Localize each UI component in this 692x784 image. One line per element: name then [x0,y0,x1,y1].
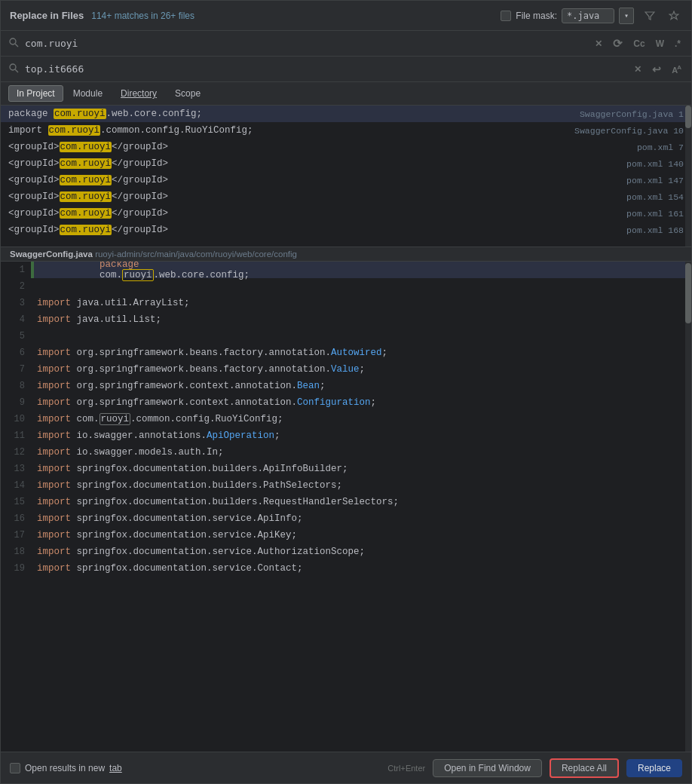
result-row[interactable]: <groupId>com.ruoyi</groupId> pom.xml 168 [1,222,691,238]
tabs-row: In Project Module Directory Scope [1,82,691,106]
svg-line-1 [15,44,18,47]
result-file: pom.xml 140 [626,159,684,169]
regex-icon[interactable]: .* [672,37,684,51]
filepath-path: ruoyi-admin/src/main/java/com/ruoyi/web/… [95,250,297,259]
result-row[interactable]: import com.ruoyi.common.config.RuoYiConf… [1,122,691,139]
result-row[interactable]: <groupId>com.ruoyi</groupId> pom.xml 140 [1,155,691,172]
tab-in-project[interactable]: In Project [8,85,63,102]
file-mask-label: File mask: [516,11,557,21]
code-line-17: import springfox.documentation.service.A… [31,527,691,544]
result-text: <groupId>com.ruoyi</groupId> [8,158,619,169]
code-line-4: import java.util.List; [31,311,691,328]
open-results-checkbox[interactable] [10,763,20,773]
result-row[interactable]: <groupId>com.ruoyi</groupId> pom.xml 161 [1,205,691,222]
open-results-tab-link[interactable]: tab [109,763,122,773]
undo-icon[interactable]: ↩ [649,62,664,77]
result-text: <groupId>com.ruoyi</groupId> [8,175,619,185]
code-scrollbar-thumb[interactable] [685,263,691,323]
search-input[interactable] [25,38,586,49]
tab-scope[interactable]: Scope [167,85,209,102]
result-text: <groupId>com.ruoyi</groupId> [8,208,619,219]
code-line-9: import org.springframework.context.annot… [31,394,691,411]
code-line-7: import org.springframework.beans.factory… [31,361,691,378]
shortcut-hint: Ctrl+Enter [387,764,425,773]
replace-input[interactable] [25,63,625,75]
file-mask-input[interactable] [562,8,614,23]
result-text: package com.ruoyi.web.core.config; [8,109,572,119]
result-text: <groupId>com.ruoyi</groupId> [8,191,619,202]
svg-point-2 [10,64,16,70]
word-icon[interactable]: W [653,37,667,51]
replace-row: ✕ ↩ AA [1,57,691,82]
result-file: pom.xml 161 [626,209,684,219]
clear-replace-icon[interactable]: ✕ [631,63,645,76]
replace-all-button[interactable]: Replace All [550,758,619,778]
result-file: SwaggerConfig.java 1 [580,109,684,119]
search-icon [8,37,19,51]
file-mask-container: File mask: ▾ [501,8,634,24]
result-row[interactable]: package com.ruoyi.web.core.config; Swagg… [1,106,691,122]
code-line-18: import springfox.documentation.service.A… [31,544,691,560]
replace-in-files-dialog: Replace in Files 114+ matches in 26+ fil… [0,0,692,784]
result-text: <groupId>com.ruoyi</groupId> [8,225,619,235]
code-line-13: import springfox.documentation.builders.… [31,461,691,477]
header-bar: Replace in Files 114+ matches in 26+ fil… [1,1,691,31]
search-row: ✕ ⟳ Cc W .* [1,31,691,57]
result-row[interactable]: <groupId>com.ruoyi</groupId> pom.xml 147 [1,172,691,188]
pin-icon[interactable] [666,9,682,23]
bottom-bar: Open results in new tab Ctrl+Enter Open … [1,752,691,783]
dialog-title: Replace in Files [10,10,84,21]
clear-search-icon[interactable]: ✕ [592,37,605,51]
results-list: package com.ruoyi.web.core.config; Swagg… [1,106,691,247]
code-content: package com.ruoyi.web.core.config; impor… [31,262,691,752]
result-text: <groupId>com.ruoyi</groupId> [8,142,629,152]
code-line-3: import java.util.ArrayList; [31,295,691,311]
result-file: pom.xml 7 [637,142,684,152]
open-in-find-window-button[interactable]: Open in Find Window [433,759,542,777]
line-numbers: 1 2 3 4 5 6 7 8 9 10 11 12 13 14 15 16 1… [1,262,31,752]
result-file: pom.xml 147 [626,176,684,185]
replace-actions: ✕ ↩ AA [631,62,684,77]
code-line-16: import springfox.documentation.service.A… [31,510,691,527]
file-mask-checkbox[interactable] [501,11,511,21]
result-file: SwaggerConfig.java 10 [574,126,684,136]
filepath-bar: SwaggerConfig.java ruoyi-admin/src/main/… [1,247,691,262]
code-line-6: import org.springframework.beans.factory… [31,345,691,361]
tab-module[interactable]: Module [65,85,111,102]
code-line-1: package com.ruoyi.web.core.config; [31,262,691,278]
result-text: import com.ruoyi.common.config.RuoYiConf… [8,125,567,136]
result-row[interactable]: <groupId>com.ruoyi</groupId> pom.xml 7 [1,139,691,155]
result-file: pom.xml 154 [626,192,684,202]
results-scrollbar[interactable] [685,106,691,247]
code-editor-area: 1 2 3 4 5 6 7 8 9 10 11 12 13 14 15 16 1… [1,262,691,752]
svg-point-0 [10,38,16,44]
result-row[interactable]: <groupId>com.ruoyi</groupId> pom.xml 154 [1,188,691,205]
open-results-area: Open results in new tab [10,763,122,773]
filepath-filename: SwaggerConfig.java [10,250,93,259]
code-line-5 [31,328,691,345]
file-mask-dropdown[interactable]: ▾ [619,8,634,24]
code-line-14: import springfox.documentation.builders.… [31,477,691,494]
code-line-10: import com.ruoyi.common.config.RuoYiConf… [31,411,691,427]
refresh-icon[interactable]: ⟳ [610,35,626,52]
tab-directory[interactable]: Directory [112,85,165,102]
code-line-12: import io.swagger.models.auth.In; [31,444,691,461]
code-line-15: import springfox.documentation.builders.… [31,494,691,510]
match-case-icon[interactable]: AA [669,63,684,76]
match-count: 114+ matches in 26+ files [91,11,194,21]
code-line-19: import springfox.documentation.service.C… [31,560,691,577]
result-file: pom.xml 168 [626,225,684,235]
replace-icon [8,63,19,76]
replace-button[interactable]: Replace [626,759,682,777]
svg-line-3 [15,69,18,72]
filter-icon[interactable] [641,9,658,23]
case-sensitive-icon[interactable]: Cc [630,37,648,51]
results-scrollbar-thumb[interactable] [685,106,691,128]
open-results-label: Open results in new [25,763,105,773]
code-vertical-scrollbar[interactable] [685,262,691,752]
code-line-8: import org.springframework.context.annot… [31,378,691,394]
code-line-11: import io.swagger.annotations.ApiOperati… [31,427,691,444]
search-actions: ✕ ⟳ Cc W .* [592,35,684,52]
